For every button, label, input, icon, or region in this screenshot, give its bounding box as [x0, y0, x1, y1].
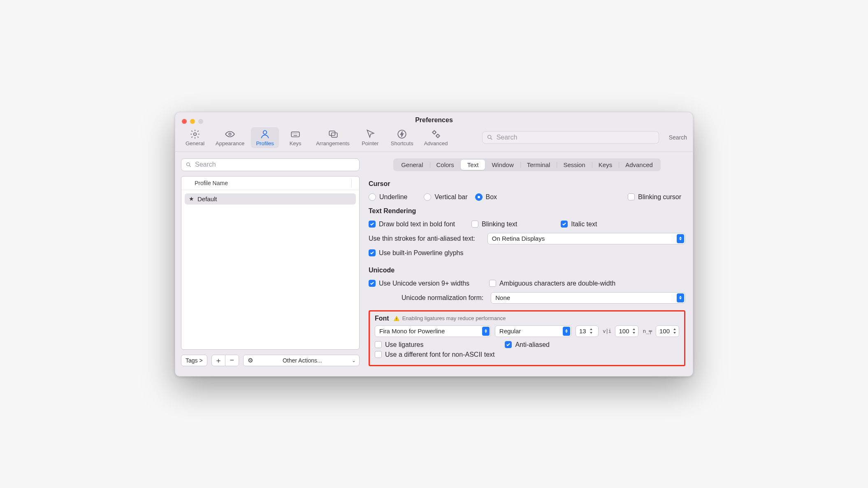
profile-tab-colors[interactable]: Colors	[430, 160, 461, 170]
select-value: Fira Mono for Powerline	[379, 328, 445, 335]
anti-aliased-checkbox[interactable]: Anti-aliased	[505, 341, 550, 349]
svg-rect-11	[396, 318, 397, 319]
ambiguous-width-checkbox[interactable]: Ambiguous characters are double-width	[489, 280, 615, 287]
main-area: Search Profile Name ★ Default Tags > ＋ −	[175, 152, 693, 376]
section-font-title: Font	[375, 315, 389, 322]
font-family-select[interactable]: Fira Mono for Powerline	[375, 325, 491, 337]
profiles-column-header[interactable]: Profile Name	[181, 177, 359, 190]
updown-icon	[677, 293, 684, 302]
svg-point-0	[194, 132, 197, 135]
thin-strokes-label: Use thin strokes for anti-aliased text:	[369, 235, 475, 242]
toolbar-advanced[interactable]: Advanced	[420, 127, 452, 148]
profiles-search-input[interactable]: Search	[181, 158, 360, 171]
traffic-lights	[182, 119, 203, 124]
checkbox-label: Ambiguous characters are double-width	[499, 280, 615, 287]
stepper-value: 13	[579, 328, 586, 335]
draw-bold-checkbox[interactable]: Draw bold text in bold font	[369, 221, 455, 228]
checkbox-label: Blinking text	[482, 221, 517, 228]
tags-button[interactable]: Tags >	[181, 355, 207, 366]
checkbox-label: Use built-in Powerline glyphs	[379, 249, 463, 257]
cursor-underline-radio[interactable]: Underline	[369, 193, 407, 201]
font-style-select[interactable]: Regular	[495, 325, 571, 337]
gear-icon	[190, 130, 200, 139]
unicode-v9-checkbox[interactable]: Use Unicode version 9+ widths	[369, 280, 469, 287]
nonascii-font-checkbox[interactable]: Use a different font for non-ASCII text	[375, 351, 495, 358]
section-cursor-title: Cursor	[369, 180, 685, 188]
toolbar-shortcuts[interactable]: Shortcuts	[387, 127, 418, 148]
toolbar-search-area: Search Search	[482, 127, 687, 148]
svg-point-1	[229, 133, 231, 135]
svg-point-8	[436, 135, 439, 137]
updown-icon	[482, 327, 490, 336]
minimize-window-button[interactable]	[190, 119, 195, 124]
warning-text: Enabling ligatures may reduce performanc…	[402, 315, 506, 321]
use-ligatures-checkbox[interactable]: Use ligatures	[375, 341, 423, 349]
gear-small-icon: ⚙︎	[248, 357, 253, 364]
window-title: Preferences	[415, 116, 453, 124]
svg-point-2	[263, 130, 267, 134]
toolbar-search-input[interactable]: Search	[482, 131, 659, 144]
toolbar-profiles[interactable]: Profiles	[251, 127, 279, 148]
svg-rect-12	[396, 320, 397, 320]
zoom-window-button[interactable]	[198, 119, 203, 124]
search-placeholder: Search	[497, 134, 518, 141]
toolbar-appearance[interactable]: Appearance	[211, 127, 248, 148]
checkbox-label: Use ligatures	[385, 341, 423, 349]
powerline-glyphs-checkbox[interactable]: Use built-in Powerline glyphs	[369, 249, 463, 257]
chevron-down-icon: ⌄	[352, 358, 356, 363]
ligature-warning: Enabling ligatures may reduce performanc…	[393, 315, 506, 321]
profile-tab-general[interactable]: General	[395, 160, 429, 170]
close-window-button[interactable]	[182, 119, 187, 124]
toolbar-keys[interactable]: Keys	[281, 127, 309, 148]
svg-point-10	[187, 163, 190, 166]
toolbar-arrangements[interactable]: Arrangements	[312, 127, 354, 148]
toolbar-label: Pointer	[362, 140, 378, 146]
italic-text-checkbox[interactable]: Italic text	[561, 221, 597, 228]
toolbar-label: Profiles	[256, 140, 274, 146]
select-value: None	[495, 294, 510, 301]
checkbox-label: Draw bold text in bold font	[379, 221, 455, 228]
unicode-norm-select[interactable]: None	[491, 292, 685, 304]
horizontal-spacing-stepper[interactable]: 100	[615, 325, 638, 337]
profile-tab-terminal[interactable]: Terminal	[520, 160, 557, 170]
cursor-icon	[365, 130, 376, 139]
profile-tabbar: General Colors Text Window Terminal Sess…	[393, 158, 661, 171]
stepper-value: 100	[619, 328, 629, 335]
profile-row-default[interactable]: ★ Default	[185, 193, 356, 204]
profile-tab-session[interactable]: Session	[557, 160, 592, 170]
profile-tab-keys[interactable]: Keys	[592, 160, 619, 170]
profile-tab-text[interactable]: Text	[461, 160, 485, 170]
svg-point-9	[487, 135, 491, 139]
gears-icon	[431, 130, 441, 139]
select-value: Regular	[499, 328, 521, 335]
bolt-icon	[397, 130, 407, 139]
blinking-cursor-checkbox[interactable]: Blinking cursor	[628, 193, 681, 201]
blinking-text-checkbox[interactable]: Blinking text	[471, 221, 517, 228]
font-section-highlighted: Font Enabling ligatures may reduce perfo…	[369, 310, 685, 366]
thin-strokes-select[interactable]: On Retina Displays	[487, 233, 685, 244]
svg-rect-3	[291, 132, 299, 137]
toolbar-label: Shortcuts	[391, 140, 413, 146]
keyboard-icon	[290, 130, 301, 139]
updown-icon	[677, 234, 684, 243]
toolbar-search-label: Search	[669, 134, 687, 141]
checkbox-label: Anti-aliased	[515, 341, 550, 349]
other-actions-dropdown[interactable]: ⚙︎ Other Actions... ⌄	[243, 355, 360, 366]
checkbox-label: Use Unicode version 9+ widths	[379, 280, 469, 287]
vertical-spacing-stepper[interactable]: 100	[656, 325, 679, 337]
checkbox-label: Blinking cursor	[638, 193, 681, 201]
cursor-vertical-bar-radio[interactable]: Vertical bar	[424, 193, 467, 201]
profiles-search-placeholder: Search	[195, 161, 216, 168]
toolbar-pointer[interactable]: Pointer	[356, 127, 384, 148]
add-profile-button[interactable]: ＋	[212, 355, 225, 366]
toolbar-general[interactable]: General	[181, 127, 209, 148]
remove-profile-button[interactable]: −	[225, 355, 239, 366]
cursor-box-radio[interactable]: Box	[475, 193, 497, 201]
svg-rect-5	[332, 132, 337, 137]
toolbar-label: Keys	[290, 140, 302, 146]
profile-tab-advanced[interactable]: Advanced	[619, 160, 659, 170]
toolbar-label: Arrangements	[316, 140, 350, 146]
font-size-stepper[interactable]: 13	[576, 325, 599, 337]
profile-name: Default	[197, 195, 217, 202]
profile-tab-window[interactable]: Window	[485, 160, 520, 170]
